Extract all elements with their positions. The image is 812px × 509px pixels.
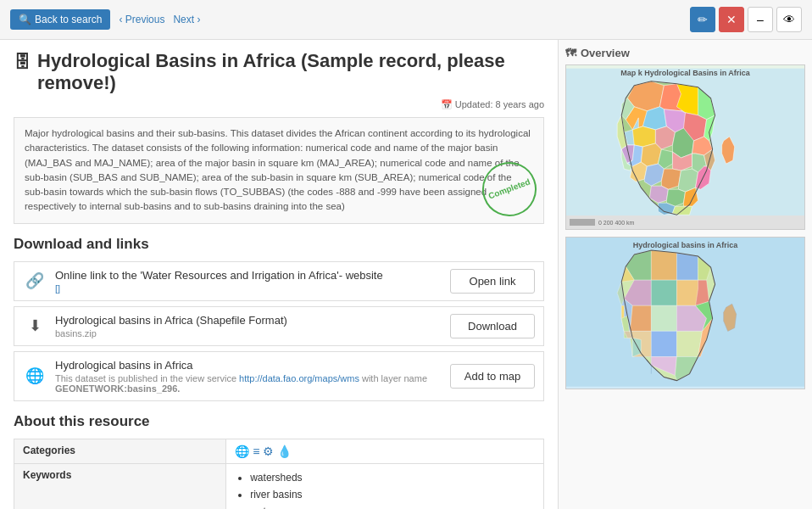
delete-button[interactable]: ✕ (719, 7, 744, 32)
dash-button[interactable]: – (748, 7, 773, 32)
map-label-1: Map k Hydrological Basins in Africa (620, 69, 750, 77)
cat-icon-water: 💧 (277, 445, 292, 458)
cat-icon-list: ≡ (253, 445, 259, 458)
link-sub-2: basins.zip (55, 328, 442, 338)
map-label-2: Hydrological basins in Africa (633, 241, 738, 249)
description-box: Major hydrological basins and their sub-… (14, 117, 544, 224)
back-to-search-button[interactable]: 🔍 Back to search (10, 9, 110, 30)
calendar-icon: 📅 (441, 99, 453, 109)
keywords-list: watersheds river basins water resources … (250, 469, 535, 510)
top-bar: 🔍 Back to search ‹ Previous Next › ✏ ✕ –… (0, 0, 812, 40)
download-section-title: Download and links (14, 236, 544, 253)
link-sub-3: This dataset is published in the view se… (55, 373, 442, 394)
map-thumbnail-2: Hydrological basins in Africa (565, 237, 805, 389)
link-info-2: Hydrological basins in Africa (Shapefile… (55, 314, 442, 338)
link-info-1: Online link to the 'Water Resources and … (55, 269, 442, 294)
top-bar-right: ✏ ✕ – 👁 (690, 7, 802, 32)
link-card-3: 🌐 Hydrological basins in Africa This dat… (14, 351, 544, 401)
keyword-1: watersheds (250, 469, 535, 486)
keywords-label: Keywords (14, 463, 226, 509)
overview-icon: 🗺 (565, 47, 576, 59)
link-card-1: 🔗 Online link to the 'Water Resources an… (14, 261, 544, 301)
link-title-1: Online link to the 'Water Resources and … (55, 269, 442, 282)
link-title-2: Hydrological basins in Africa (Shapefile… (55, 314, 442, 327)
main-layout: 🗄 Hydrological Basins in Africa (Sample … (0, 40, 812, 509)
link-extra-1: [] (55, 283, 442, 294)
category-icons: 🌐 ≡ ⚙ 💧 (235, 445, 535, 458)
about-section: About this resource Categories 🌐 ≡ ⚙ 💧 K (14, 413, 544, 510)
description-text: Major hydrological basins and their sub-… (25, 128, 531, 211)
link-icon-1: 🔗 (23, 271, 47, 290)
eye-button[interactable]: 👁 (776, 7, 802, 32)
download-icon: ⬇ (23, 316, 47, 335)
categories-label: Categories (14, 439, 226, 463)
map-bottom-bar-1: 0 200 400 km (566, 215, 804, 229)
map-thumbnail-1: Map k Hydrological Basins in Africa (565, 64, 805, 230)
about-title: About this resource (14, 413, 544, 430)
keywords-cell: watersheds river basins water resources … (226, 463, 544, 509)
page-title: 🗄 Hydrological Basins in Africa (Sample … (14, 50, 544, 94)
categories-cell: 🌐 ≡ ⚙ 💧 (226, 439, 544, 463)
edit-button[interactable]: ✏ (690, 7, 715, 32)
download-button[interactable]: Download (450, 314, 535, 338)
keyword-3: water resources (250, 503, 535, 509)
left-content: 🗄 Hydrological Basins in Africa (Sample … (0, 40, 558, 509)
link-card-2: ⬇ Hydrological basins in Africa (Shapefi… (14, 306, 544, 346)
africa-map-svg-1 (566, 65, 804, 229)
categories-row: Categories 🌐 ≡ ⚙ 💧 (14, 439, 544, 463)
africa-map-svg-2 (566, 238, 804, 387)
keyword-2: river basins (250, 486, 535, 503)
search-icon: 🔍 (19, 14, 31, 25)
keywords-row: Keywords watersheds river basins water r… (14, 463, 544, 509)
next-button[interactable]: Next › (173, 14, 200, 25)
open-link-button[interactable]: Open link (450, 269, 535, 294)
link-title-3: Hydrological basins in Africa (55, 359, 442, 372)
overview-title: 🗺 Overview (565, 47, 805, 59)
database-icon: 🗄 (14, 53, 31, 72)
cat-icon-globe: 🌐 (235, 445, 249, 458)
globe-icon: 🌐 (23, 366, 47, 385)
add-to-map-button[interactable]: Add to map (450, 364, 535, 389)
about-table: Categories 🌐 ≡ ⚙ 💧 Keywords (14, 439, 544, 510)
updated-info: 📅 Updated: 8 years ago (14, 99, 544, 110)
links-section: Download and links 🔗 Online link to the … (14, 236, 544, 401)
right-panel: 🗺 Overview Map k Hydrological Basins in … (558, 40, 812, 509)
top-bar-left: 🔍 Back to search ‹ Previous Next › (10, 9, 200, 30)
wms-link[interactable]: http://data.fao.org/maps/wms (239, 373, 359, 383)
link-info-3: Hydrological basins in Africa This datas… (55, 359, 442, 394)
cat-icon-gear: ⚙ (263, 445, 274, 458)
previous-button[interactable]: ‹ Previous (119, 14, 164, 25)
